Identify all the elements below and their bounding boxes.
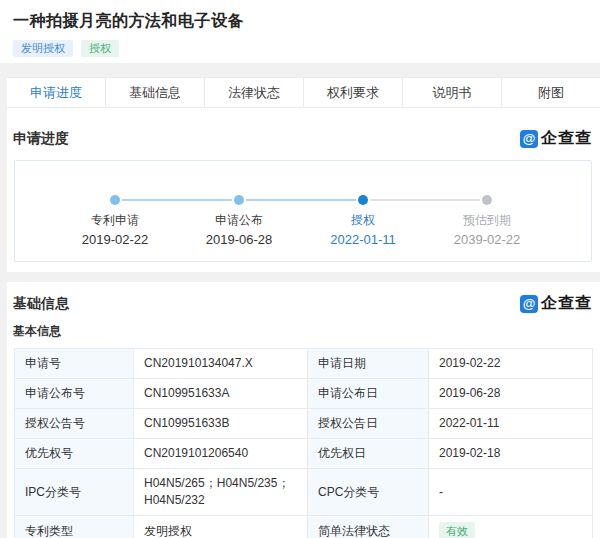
tab-5[interactable]: 说明书 [403, 78, 502, 107]
qichacha-logo[interactable]: @ 企查查 [520, 293, 592, 314]
status-tag-1: 发明授权 [13, 40, 73, 57]
milestone-2: 申请公布2019-06-28 [177, 194, 301, 247]
field-label: 专利类型 [15, 516, 134, 538]
milestone-dot [482, 195, 492, 205]
timeline-line [301, 199, 356, 201]
timeline-panel: 专利申请2019-02-22申请公布2019-06-28授权2022-01-11… [14, 160, 592, 262]
field-label: 授权公告日 [308, 409, 429, 439]
tab-2[interactable]: 基础信息 [106, 78, 205, 107]
field-value: 2022-01-11 [429, 409, 593, 439]
milestone-date: 2019-02-22 [53, 232, 177, 247]
table-row: 专利类型发明授权简单法律状态有效 [15, 516, 593, 538]
legal-status-badge: 有效 [439, 522, 475, 538]
field-label: 简单法律状态 [308, 516, 429, 538]
field-value: 有效 [429, 516, 593, 538]
field-label: 申请日期 [308, 349, 429, 379]
patent-detail-page: 一种拍摄月亮的方法和电子设备 发明授权授权 申请进度基础信息法律状态权利要求说明… [0, 0, 600, 538]
milestone-name: 授权 [301, 212, 425, 229]
tab-3[interactable]: 法律状态 [205, 78, 304, 107]
milestone-1: 专利申请2019-02-22 [53, 194, 177, 247]
field-value: CN2019101206540 [134, 439, 308, 469]
page-header: 一种拍摄月亮的方法和电子设备 发明授权授权 [0, 0, 600, 63]
timeline-line [246, 199, 301, 201]
timeline-line [177, 199, 232, 201]
milestone-4: 预估到期2039-02-22 [425, 194, 549, 247]
field-label: 授权公告号 [15, 409, 134, 439]
field-value: 2019-02-18 [429, 439, 593, 469]
field-value: - [429, 469, 593, 516]
qichacha-logo[interactable]: @ 企查查 [520, 128, 592, 149]
field-value: 2019-02-22 [429, 349, 593, 379]
field-value: H04N5/265；H04N5/235；H04N5/232 [134, 469, 308, 516]
qichacha-wordmark: 企查查 [541, 293, 592, 314]
tab-1[interactable]: 申请进度 [7, 78, 106, 107]
table-row: 优先权号CN2019101206540优先权日2019-02-18 [15, 439, 593, 469]
field-label: 优先权日 [308, 439, 429, 469]
field-label: 申请公布号 [15, 379, 134, 409]
milestone-name: 专利申请 [53, 212, 177, 229]
milestone-dot [234, 195, 244, 205]
timeline-line [122, 199, 177, 201]
field-label: IPC分类号 [15, 469, 134, 516]
status-tag-2: 授权 [81, 40, 119, 57]
progress-block: 申请进度基础信息法律状态权利要求说明书附图 申请进度 @ 企查查 专利申请201… [7, 77, 600, 272]
progress-section: 申请进度 @ 企查查 专利申请2019-02-22申请公布2019-06-28授… [7, 108, 600, 262]
milestone-date: 2019-06-28 [177, 232, 301, 247]
milestone-date: 2039-02-22 [425, 232, 549, 247]
milestone-name: 预估到期 [425, 212, 549, 229]
table-row: 授权公告号CN109951633B授权公告日2022-01-11 [15, 409, 593, 439]
basic-info-subtitle: 基本信息 [13, 323, 600, 340]
milestone-name: 申请公布 [177, 212, 301, 229]
field-label: CPC分类号 [308, 469, 429, 516]
tab-4[interactable]: 权利要求 [304, 78, 403, 107]
progress-section-title: 申请进度 [13, 129, 69, 148]
field-value: 发明授权 [134, 516, 308, 538]
tag-list: 发明授权授权 [13, 40, 600, 57]
timeline-line [425, 199, 480, 201]
basic-info-block: 基础信息 @ 企查查 基本信息 申请号CN201910134047.X申请日期2… [7, 282, 600, 538]
table-row: IPC分类号H04N5/265；H04N5/235；H04N5/232CPC分类… [15, 469, 593, 516]
qichacha-icon: @ [520, 130, 538, 148]
milestone-3: 授权2022-01-11 [301, 194, 425, 247]
table-row: 申请号CN201910134047.X申请日期2019-02-22 [15, 349, 593, 379]
field-value: CN109951633B [134, 409, 308, 439]
timeline: 专利申请2019-02-22申请公布2019-06-28授权2022-01-11… [15, 161, 591, 247]
field-value: CN109951633A [134, 379, 308, 409]
qichacha-icon: @ [520, 295, 538, 313]
milestone-dot [110, 195, 120, 205]
basic-info-tbody: 申请号CN201910134047.X申请日期2019-02-22申请公布号CN… [15, 349, 593, 538]
field-label: 申请公布日 [308, 379, 429, 409]
tab-bar: 申请进度基础信息法律状态权利要求说明书附图 [7, 77, 600, 108]
milestone-date: 2022-01-11 [301, 232, 425, 247]
tab-6[interactable]: 附图 [502, 78, 600, 107]
patent-title: 一种拍摄月亮的方法和电子设备 [13, 11, 600, 32]
field-label: 申请号 [15, 349, 134, 379]
field-value: CN201910134047.X [134, 349, 308, 379]
timeline-line [370, 199, 425, 201]
milestone-dot [358, 195, 368, 205]
basic-info-table: 申请号CN201910134047.X申请日期2019-02-22申请公布号CN… [14, 348, 593, 538]
field-label: 优先权号 [15, 439, 134, 469]
field-value: 2019-06-28 [429, 379, 593, 409]
basic-info-section-title: 基础信息 [13, 294, 69, 313]
table-row: 申请公布号CN109951633A申请公布日2019-06-28 [15, 379, 593, 409]
qichacha-wordmark: 企查查 [541, 128, 592, 149]
